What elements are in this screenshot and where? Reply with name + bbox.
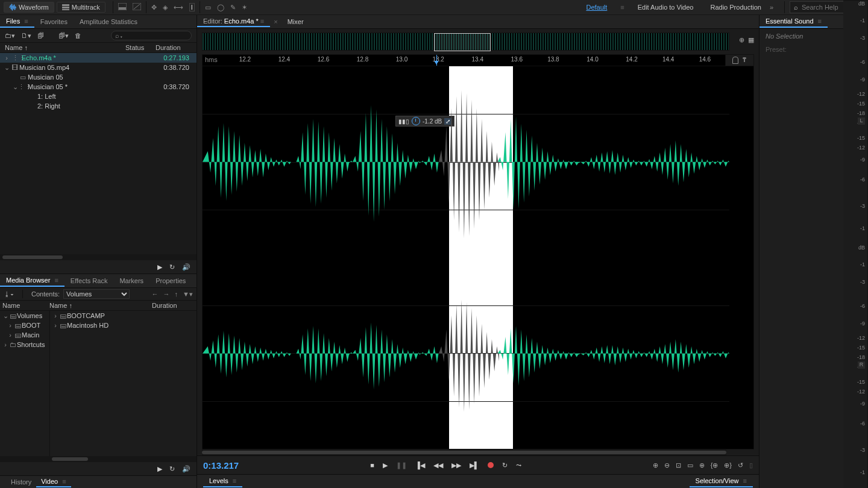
loop-icon[interactable]: ↻ (169, 465, 175, 473)
time-selection-tool-icon[interactable]: I (189, 3, 195, 11)
spectral-frequency-icon[interactable] (118, 3, 127, 11)
brush-tool-icon[interactable]: ✎ (230, 4, 236, 11)
play-icon[interactable]: ▶ (157, 465, 162, 473)
zoom-sel-in-icon[interactable]: {⊕ (711, 461, 719, 469)
mb-contents-bar: ⭳▾ Contents: Volumes ←→↑▼▾ (0, 288, 197, 300)
tab-files[interactable]: Files ≡ (0, 16, 34, 28)
tab-media-browser[interactable]: Media Browser ≡ (0, 275, 64, 287)
tab-mixer[interactable]: Mixer (281, 17, 310, 27)
zoom-in-amp-icon[interactable]: ⊕ (699, 461, 705, 469)
spectral-pitch-icon[interactable] (133, 3, 141, 11)
filter-icon[interactable]: ▼▾ (183, 290, 193, 298)
zoom-toggle-icon[interactable]: ▯ (749, 461, 753, 469)
view-multitrack-button[interactable]: Multitrack (57, 2, 105, 13)
list-item[interactable]: ›🖴BOOTCAMP (50, 311, 197, 321)
col-duration[interactable]: Duration (156, 44, 192, 51)
file-row[interactable]: 2: Right (0, 101, 197, 111)
file-row[interactable]: ›⋮⋮Echo.m4a *0:27.193 (0, 53, 197, 63)
insert-into-multitrack-icon[interactable]: 🗐▾ (58, 32, 69, 40)
tab-effects-rack[interactable]: Effects Rack (64, 275, 114, 286)
editor-hscroll[interactable] (202, 449, 726, 455)
shortcut-icon[interactable]: ⭳▾ (4, 290, 14, 298)
tab-markers[interactable]: Markers (113, 275, 149, 286)
files-hscroll[interactable] (0, 254, 197, 260)
autoplay-icon[interactable]: 🔊 (182, 465, 190, 473)
stop-icon[interactable]: ■ (370, 461, 374, 469)
timecode[interactable]: 0:13.217 (203, 460, 239, 471)
new-file-icon[interactable]: 🗋▾ (21, 32, 31, 40)
col-duration[interactable]: Duration (152, 302, 194, 309)
skip-selection-icon[interactable]: ⤳ (516, 461, 521, 469)
headphone-icon[interactable] (732, 57, 738, 64)
col-name: Name ↑ (49, 302, 152, 309)
workspace-edit-av[interactable]: Edit Audio to Video (634, 2, 697, 12)
delete-icon[interactable]: 🗑 (75, 32, 81, 39)
tab-levels[interactable]: Levels ≡ (203, 475, 242, 487)
goto-start-icon[interactable]: ▐◀ (415, 461, 425, 469)
tab-history[interactable]: History (6, 477, 36, 487)
waveform-editor[interactable]: ▮▮▯ -1.2 dB ⤢ (202, 66, 754, 449)
new-multitrack-icon[interactable]: 🗐 (37, 32, 44, 39)
tree-item[interactable]: ›🖴Macin (0, 330, 49, 340)
zoom-sel-out-icon[interactable]: ⊕} (724, 461, 732, 469)
tree-item[interactable]: ⌄🖴Volumes (0, 311, 49, 321)
overview-waveform[interactable] (202, 33, 729, 51)
zoom-selection-icon[interactable]: ▭ (687, 461, 693, 469)
tab-properties[interactable]: Properties (149, 275, 192, 286)
view-waveform-button[interactable]: Waveform (4, 2, 54, 13)
tree-item[interactable]: ›🖴BOOT (0, 321, 49, 330)
pin-icon[interactable] (742, 57, 747, 63)
nav-up-icon[interactable]: ↑ (175, 290, 178, 298)
file-row[interactable]: ⌄⋮⋮Musician 05 *0:38.720 (0, 82, 197, 92)
close-tab-icon[interactable]: × (270, 18, 281, 25)
record-icon[interactable] (488, 462, 494, 468)
channel-label-l[interactable]: L (858, 117, 865, 125)
zoom-icon[interactable]: ⊕ (739, 36, 744, 44)
file-row[interactable]: 1: Left (0, 92, 197, 101)
workspace-default[interactable]: Default (582, 2, 611, 12)
autoplay-icon[interactable]: 🔊 (182, 263, 190, 271)
nav-fwd-icon[interactable]: → (163, 290, 170, 298)
tab-selection-view[interactable]: Selection/View ≡ (690, 475, 753, 487)
mb-hscroll[interactable] (0, 456, 197, 462)
tab-essential-sound[interactable]: Essential Sound ≡ (760, 16, 828, 28)
marquee-tool-icon[interactable]: ▭ (205, 4, 211, 11)
file-row[interactable]: ⌄🎞Musician 05.mp40:38.720 (0, 63, 197, 72)
list-item[interactable]: ›🖴Macintosh HD (50, 321, 197, 330)
tab-video[interactable]: Video ≡ (36, 477, 71, 487)
view-toggle-icon[interactable]: ▦ (748, 36, 754, 44)
pause-icon[interactable]: ❚❚ (396, 461, 407, 469)
workspace-overflow-icon[interactable]: » (770, 4, 773, 11)
ruler-tick: 13.0 (396, 56, 407, 63)
slip-tool-icon[interactable]: ⟷ (174, 4, 183, 11)
move-tool-icon[interactable]: ✥ (151, 4, 157, 11)
tab-editor[interactable]: Editor: Echo.m4a * ≡ (197, 16, 270, 27)
play-icon[interactable]: ▶ (157, 263, 162, 271)
tree-item[interactable]: ›🗀Shortcuts (0, 340, 49, 349)
contents-dropdown[interactable]: Volumes (63, 289, 130, 299)
open-file-icon[interactable]: 🗀▾ (5, 32, 15, 40)
col-status[interactable]: Status (125, 44, 156, 51)
zoom-reset-icon[interactable]: ⊡ (676, 461, 681, 469)
tab-favorites[interactable]: Favorites (34, 16, 74, 27)
zoom-out-icon[interactable]: ⊖ (664, 461, 670, 469)
channel-label-r[interactable]: R (858, 361, 865, 369)
heal-tool-icon[interactable]: ✶ (242, 4, 247, 11)
zoom-in-icon[interactable]: ⊕ (653, 461, 658, 469)
rewind-icon[interactable]: ◀◀ (433, 461, 443, 469)
file-filter[interactable]: ⌕▾ (111, 31, 192, 40)
workspace-radio[interactable]: Radio Production (706, 2, 764, 12)
goto-end-icon[interactable]: ▶▌ (470, 461, 479, 469)
loop-icon[interactable]: ↻ (502, 461, 508, 469)
play-icon[interactable]: ▶ (383, 461, 388, 469)
ffwd-icon[interactable]: ▶▶ (451, 461, 461, 469)
time-ruler[interactable]: hms 12.2 12.4 12.6 12.8 13.0 13.2 13.4 1… (202, 54, 726, 66)
tab-amplitude-stats[interactable]: Amplitude Statistics (74, 16, 143, 27)
loop-icon[interactable]: ↻ (169, 263, 175, 271)
file-row[interactable]: ▭Musician 05 (0, 72, 197, 82)
lasso-tool-icon[interactable]: ◯ (217, 4, 224, 11)
playhead[interactable] (436, 55, 437, 66)
nav-back-icon[interactable]: ← (152, 290, 159, 298)
zoom-out-full-icon[interactable]: ↺ (738, 461, 743, 469)
razor-tool-icon[interactable]: ◈ (163, 4, 168, 11)
